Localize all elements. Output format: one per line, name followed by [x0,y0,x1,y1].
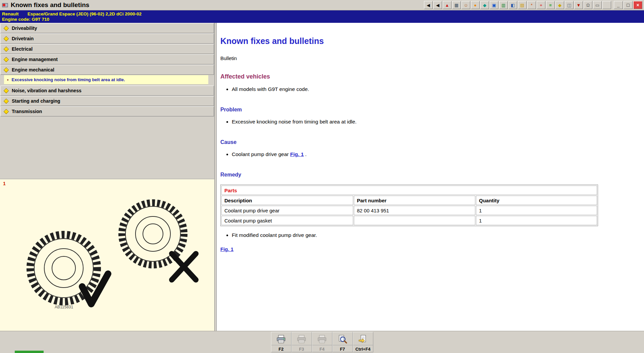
content-pane: Known fixes and bulletins Bulletin Affec… [217,23,644,331]
ball-icon[interactable]: ● [471,1,480,9]
blank-icon[interactable] [602,1,611,9]
nav-first-icon[interactable]: ◀ [424,1,433,9]
app-icon [2,2,8,8]
chart-icon[interactable]: ▥ [499,1,508,9]
sidebar-item[interactable]: Engine mechanical [0,65,214,75]
keys-icon[interactable]: ◆ [555,1,564,9]
taskbar-sliver [15,351,44,353]
sidebar-item[interactable]: Drivetrain [0,34,214,44]
sidebar-item-label: Noise, vibration and harshness [12,88,82,93]
affected-vehicles-heading: Affected vehicles [220,73,637,80]
sidebar-item[interactable]: Engine management [0,54,214,64]
zoom-button[interactable]: F7 [332,332,353,352]
fkey-label: F2 [271,345,291,352]
list-item: All models with G9T engine code. [232,86,637,92]
cell-description: Coolant pump drive gear [221,206,353,215]
minimize-button[interactable]: _ [614,1,623,9]
list-item: Fit modified coolant pump drive gear. [232,232,637,238]
document-icon[interactable]: ▤ [518,1,527,9]
plug-icon[interactable]: ▼ [574,1,583,9]
figure-panel: 1 AB115831 [0,179,215,331]
problem-list: Excessive knocking noise from timing bel… [226,119,637,125]
window-controls: _ □ × [614,1,642,9]
sidebar-item-label: Excessive knocking noise from timing bel… [12,77,125,82]
save-icon[interactable]: ◧ [508,1,517,9]
page-title: Known fixes and bulletins [220,36,637,46]
warning-icon[interactable]: ▲ [443,1,451,9]
parts-table-title: Parts [221,186,597,195]
sidebar-item[interactable]: Electrical [0,44,214,54]
col-header-description: Description [221,196,353,205]
projector-icon[interactable]: ▦ [452,1,461,9]
cause-suffix: . [305,151,307,157]
fig1-link[interactable]: Fig. 1 [220,246,233,252]
print-selection-button[interactable]: F3 [291,332,312,352]
sidebar-item-label: Driveability [12,26,37,31]
fkey-label: Ctrl+F4 [353,345,373,352]
sidebar-item[interactable]: Driveability [0,23,214,33]
monitor-icon[interactable]: ▣ [490,1,498,9]
truck-icon[interactable]: ▭ [593,1,602,9]
cause-heading: Cause [220,139,637,145]
close-document-button[interactable]: Ctrl+F4 [353,332,373,352]
category-book-icon [4,109,9,114]
gears-figure-svg [0,179,215,331]
cell-quantity: 1 [476,206,597,215]
print-button[interactable]: F2 [271,332,291,352]
col-header-quantity: Quantity [476,196,597,205]
maximize-button[interactable]: □ [624,1,633,9]
sidebar-item-label: Engine mechanical [12,67,54,72]
print-graphic-button[interactable]: F4 [312,332,332,352]
sidebar: Driveability Drivetrain Electrical Engin… [0,23,215,179]
bulletin-label: Bulletin [220,55,637,61]
problem-heading: Problem [220,107,637,113]
nav-back-icon[interactable]: ◀ [433,1,442,9]
list-icon[interactable]: ≡ [546,1,555,9]
window-title: Known fixes and bulletins [11,1,89,9]
gear-icon[interactable]: * [527,1,536,9]
sidebar-item-label: Transmission [12,109,42,114]
category-book-icon [4,36,9,41]
scale-icon[interactable]: Ω [584,1,592,9]
category-book-icon [4,88,9,93]
drawing-reference: AB115831 [55,305,73,309]
title-bar: Known fixes and bulletins ◀ ◀ ▲ ▦ ☺ ● ◆ … [0,0,644,10]
category-book-icon [4,98,9,104]
exit-document-icon [358,334,368,345]
sidebar-item[interactable]: Starting and charging [0,96,214,106]
user-icon[interactable]: ☺ [462,1,470,9]
bottom-toolbar: F2 F3 [0,331,644,353]
cell-part-number [354,216,475,225]
sidebar-item-label: Electrical [12,46,33,52]
list-item: Excessive knocking noise from timing bel… [232,119,637,125]
vehicle-model: Espace/Grand Espace (JEO) (96-02) 2,2D d… [28,11,142,16]
category-book-icon [4,46,9,52]
remedy-heading: Remedy [220,172,637,178]
cause-list: Coolant pump drive gear Fig. 1 . [226,151,637,157]
list-item: Coolant pump drive gear Fig. 1 . [232,151,637,157]
affected-vehicles-list: All models with G9T engine code. [226,86,637,92]
close-button[interactable]: × [633,1,642,9]
remedy-list: Fit modified coolant pump drive gear. [226,232,637,238]
col-header-part-number: Part number [354,196,475,205]
sidebar-item[interactable]: Excessive knocking noise from timing bel… [4,75,208,85]
disk-icon[interactable]: ◫ [565,1,574,9]
printer-icon [297,334,307,345]
fig1-inline-link[interactable]: Fig. 1 [290,151,304,157]
parts-table: Parts Description Part number Quantity C… [220,185,598,226]
titlebar-toolbar: ◀ ◀ ▲ ▦ ☺ ● ◆ ▣ ▥ ◧ ▤ * + ≡ ◆ ◫ [424,1,611,9]
table-row: Coolant pump drive gear 82 00 413 951 1 [221,206,597,215]
fkey-label: F4 [312,345,332,352]
printer-icon [317,334,327,345]
sidebar-item-label: Engine management [12,57,58,62]
category-book-icon [4,26,9,31]
tools-icon[interactable]: ◆ [480,1,489,9]
sidebar-item[interactable]: Noise, vibration and harshness [0,86,214,96]
cell-part-number: 82 00 413 951 [354,206,475,215]
cause-text: Coolant pump drive gear [232,151,289,157]
vehicle-line: RenaultEspace/Grand Espace (JEO) (96-02)… [2,11,642,17]
sidebar-item[interactable]: Transmission [0,106,214,116]
x-mark-glyph [172,254,196,280]
firstaid-icon[interactable]: + [537,1,545,9]
printer-icon [276,334,286,345]
